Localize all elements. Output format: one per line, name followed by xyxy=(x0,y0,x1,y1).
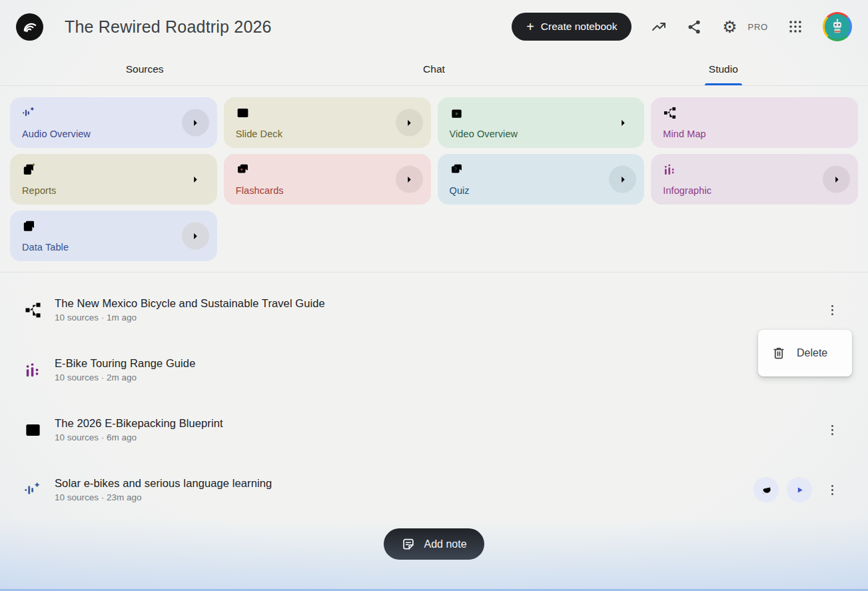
tab-label: Chat xyxy=(423,63,445,75)
audio-waveform-icon xyxy=(22,106,36,120)
tool-card-quiz[interactable]: ?Quiz xyxy=(438,154,645,205)
artifact-title[interactable]: Solar e-bikes and serious language learn… xyxy=(55,477,272,490)
tab-studio[interactable]: Studio xyxy=(579,53,868,85)
apps-grid-icon[interactable] xyxy=(787,19,803,35)
mind-map-icon xyxy=(663,106,677,120)
artifact-more-menu-button[interactable] xyxy=(820,478,844,502)
chevron-right-icon[interactable] xyxy=(182,109,209,137)
tab-chat[interactable]: Chat xyxy=(289,53,578,85)
tool-card-mind-map[interactable]: Mind Map xyxy=(651,97,858,148)
interactive-hand-icon xyxy=(759,483,773,497)
add-note-label: Add note xyxy=(424,538,466,550)
play-audio-button[interactable] xyxy=(787,477,812,502)
chevron-right-icon[interactable] xyxy=(823,166,850,193)
header-actions: + Create notebook ⚙ PRO xyxy=(512,12,852,41)
artifact-meta: 10 sources · 6m ago xyxy=(55,432,223,442)
flashcards-icon xyxy=(236,163,250,177)
artifact-actions xyxy=(820,298,844,322)
slide-deck-icon xyxy=(24,421,42,439)
pro-badge: PRO xyxy=(747,22,768,32)
notebooklm-logo-icon[interactable] xyxy=(16,13,43,41)
tool-card-label: Slide Deck xyxy=(236,129,419,139)
artifact-row[interactable]: The 2026 E-Bikepacking Blueprint10 sourc… xyxy=(0,400,868,460)
settings-gear-icon[interactable]: ⚙ xyxy=(721,19,737,35)
artifact-title[interactable]: E-Bike Touring Range Guide xyxy=(55,357,195,370)
artifact-row[interactable]: Solar e-bikes and serious language learn… xyxy=(0,460,868,520)
tool-card-label: Data Table xyxy=(22,242,205,253)
robot-avatar-image xyxy=(825,14,850,39)
artifact-text: The New Mexico Bicycle and Sustainable T… xyxy=(55,297,325,322)
data-table-icon xyxy=(22,219,36,233)
tool-card-label: Quiz xyxy=(450,185,633,196)
artifact-title[interactable]: The New Mexico Bicycle and Sustainable T… xyxy=(55,297,325,310)
create-notebook-button[interactable]: + Create notebook xyxy=(512,13,632,41)
svg-text:?: ? xyxy=(454,166,457,173)
artifact-context-menu: Delete xyxy=(758,330,852,376)
artifact-meta: 10 sources · 2m ago xyxy=(55,372,195,382)
chevron-right-icon[interactable] xyxy=(182,166,209,193)
play-icon xyxy=(793,483,807,497)
studio-artifact-list: The New Mexico Bicycle and Sustainable T… xyxy=(0,273,868,520)
chevron-right-icon[interactable] xyxy=(609,166,636,193)
chevron-right-icon[interactable] xyxy=(182,223,209,250)
artifact-meta: 10 sources · 1m ago xyxy=(55,312,325,322)
delete-menu-label: Delete xyxy=(797,347,827,359)
kebab-icon xyxy=(825,303,839,317)
plus-icon: + xyxy=(526,20,534,33)
create-notebook-label: Create notebook xyxy=(541,21,618,33)
notebook-title[interactable]: The Rewired Roadtrip 2026 xyxy=(65,17,272,37)
artifact-meta: 10 sources · 23m ago xyxy=(55,492,272,502)
quiz-icon: ? xyxy=(450,163,464,177)
tool-card-flashcards[interactable]: Flashcards xyxy=(224,154,431,205)
infographic-icon xyxy=(663,163,677,177)
audio-waveform-icon xyxy=(24,481,42,499)
user-avatar[interactable] xyxy=(823,12,852,41)
tool-card-slide-deck[interactable]: Slide Deck xyxy=(224,97,431,148)
artifact-actions xyxy=(753,477,844,502)
tab-sources[interactable]: Sources xyxy=(0,53,289,85)
artifact-more-menu-button[interactable] xyxy=(820,418,844,442)
tool-card-label: Mind Map xyxy=(663,129,846,139)
tool-card-infographic[interactable]: Infographic xyxy=(651,154,858,205)
artifact-text: The 2026 E-Bikepacking Blueprint10 sourc… xyxy=(55,417,223,442)
tool-card-label: Video Overview xyxy=(450,129,633,139)
tool-card-video-overview[interactable]: Video Overview xyxy=(438,97,645,148)
artifact-title[interactable]: The 2026 E-Bikepacking Blueprint xyxy=(55,417,223,430)
trash-icon xyxy=(771,346,786,360)
chevron-right-icon[interactable] xyxy=(609,109,636,137)
kebab-icon xyxy=(825,483,839,497)
chevron-right-icon[interactable] xyxy=(396,166,423,193)
artifact-more-menu-button[interactable] xyxy=(820,298,844,322)
tool-card-reports[interactable]: Reports xyxy=(10,154,217,205)
delete-menu-item[interactable]: Delete xyxy=(758,336,852,370)
tab-label: Studio xyxy=(709,63,738,75)
slide-deck-icon xyxy=(236,106,250,120)
video-overview-icon xyxy=(450,106,464,120)
artifact-actions xyxy=(820,418,844,442)
mind-map-icon xyxy=(24,301,42,319)
tool-card-label: Reports xyxy=(22,185,205,196)
artifact-text: E-Bike Touring Range Guide10 sources · 2… xyxy=(55,357,195,382)
analytics-trending-up-icon[interactable] xyxy=(651,19,667,35)
tool-card-label: Infographic xyxy=(663,185,846,196)
interactive-mode-button[interactable] xyxy=(753,477,779,502)
reports-icon xyxy=(22,163,36,177)
tool-card-data-table[interactable]: Data Table xyxy=(10,211,217,261)
artifact-row[interactable]: The New Mexico Bicycle and Sustainable T… xyxy=(0,280,868,340)
share-icon[interactable] xyxy=(686,19,702,35)
studio-tools-grid: Audio Overview Slide Deck Video Overview… xyxy=(0,86,868,272)
add-note-button[interactable]: Add note xyxy=(384,528,484,560)
tool-card-label: Flashcards xyxy=(236,185,419,196)
note-icon xyxy=(401,537,416,552)
tool-card-audio-overview[interactable]: Audio Overview xyxy=(10,97,217,148)
addnote-container: Add note xyxy=(0,528,868,560)
app-header: The Rewired Roadtrip 2026 + Create noteb… xyxy=(0,0,868,53)
artifact-text: Solar e-bikes and serious language learn… xyxy=(55,477,272,502)
artifact-row[interactable]: E-Bike Touring Range Guide10 sources · 2… xyxy=(0,340,868,400)
chevron-right-icon[interactable] xyxy=(396,109,423,137)
main-tabbar: SourcesChatStudio xyxy=(0,53,868,86)
tab-label: Sources xyxy=(126,63,164,75)
kebab-icon xyxy=(825,423,839,437)
tool-card-label: Audio Overview xyxy=(22,129,205,139)
infographic-icon xyxy=(24,361,42,379)
